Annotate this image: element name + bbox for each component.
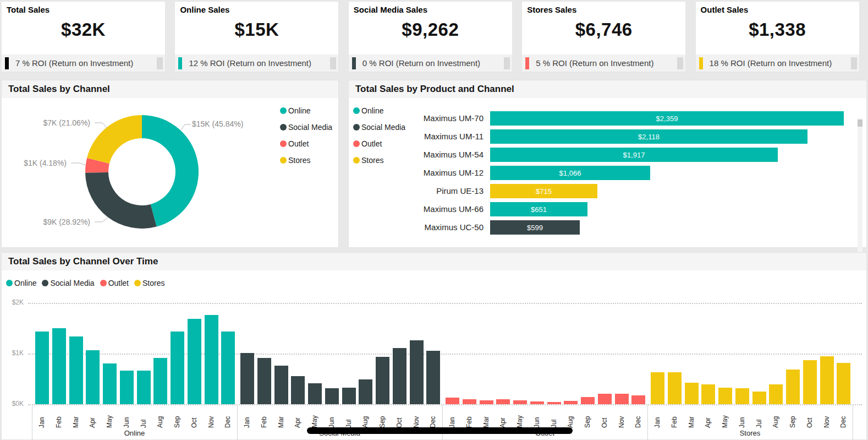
time-bar-outlet-may[interactable] (513, 400, 527, 404)
kpi-value: $15K (175, 19, 338, 40)
kpi-card-stores-sales[interactable]: Stores Sales$6,7465 % ROI (Return on Inv… (521, 1, 686, 72)
time-bar-online-aug[interactable] (153, 358, 167, 404)
time-bar-social-media-mar[interactable] (274, 366, 288, 404)
product-bar-maximus-um-70[interactable]: $2,359 (490, 111, 844, 126)
donut-chart-area: $15K (45.84%) $7K (21.06%) $1K (4.18%) $… (2, 98, 338, 247)
time-bar-social-media-apr[interactable] (291, 376, 305, 404)
time-bar-outlet-dec[interactable] (631, 395, 645, 404)
time-bar-social-media-jul[interactable] (342, 388, 356, 404)
product-bar-maximus-uc-50[interactable]: $599 (490, 220, 580, 235)
panel-sales-by-product: Total Sales by Product and Channel Onlin… (348, 80, 867, 248)
kpi-card-total-sales[interactable]: Total Sales$32K7 % ROI (Return on Invest… (1, 1, 166, 72)
time-bar-social-media-nov[interactable] (410, 340, 424, 404)
kpi-card-outlet-sales[interactable]: Outlet Sales$1,33818 % ROI (Return on In… (695, 1, 860, 72)
donut-callout-outlet: $1K (4.18%) (24, 159, 67, 167)
product-category-label: Maximus UC-50 (382, 222, 484, 232)
roi-strip-handle[interactable] (851, 57, 857, 69)
legend-item-outlet[interactable]: Outlet (280, 135, 332, 152)
time-bar-stores-sep[interactable] (786, 370, 800, 404)
legend-item-stores[interactable]: Stores (280, 152, 332, 169)
month-label: Apr (498, 407, 507, 428)
vertical-scrollbar-thumb[interactable] (858, 119, 862, 127)
time-bar-stores-jan[interactable] (651, 372, 664, 404)
kpi-card-online-sales[interactable]: Online Sales$15K12 % ROI (Return on Inve… (174, 1, 339, 72)
time-bar-outlet-jan[interactable] (446, 398, 459, 404)
time-bar-social-media-dec[interactable] (426, 351, 440, 404)
donut-slice-social-media[interactable] (85, 172, 157, 229)
time-bar-online-sep[interactable] (171, 332, 184, 404)
time-bar-outlet-jul[interactable] (547, 402, 561, 404)
time-bar-stores-oct[interactable] (803, 360, 817, 404)
time-bar-stores-jul[interactable] (752, 392, 766, 404)
month-label: May (515, 407, 524, 428)
time-bar-social-media-oct[interactable] (393, 348, 406, 404)
time-bar-stores-aug[interactable] (769, 384, 783, 404)
month-label: Jun (738, 407, 746, 428)
legend-label: Stores (288, 156, 310, 165)
time-bar-online-oct[interactable] (188, 319, 201, 404)
time-bar-stores-mar[interactable] (685, 383, 699, 404)
gridline-$1K (28, 354, 862, 355)
time-bar-social-media-jan[interactable] (240, 353, 254, 404)
product-bar-maximus-um-54[interactable]: $1,917 (490, 148, 778, 162)
time-bar-outlet-apr[interactable] (496, 399, 510, 404)
time-bar-outlet-sep[interactable] (581, 397, 595, 404)
time-bar-social-media-aug[interactable] (359, 379, 372, 404)
time-bar-outlet-nov[interactable] (615, 394, 629, 404)
time-bar-outlet-oct[interactable] (598, 394, 612, 404)
legend-item-online[interactable]: Online (280, 102, 332, 119)
time-bar-stores-jun[interactable] (735, 388, 749, 404)
kpi-card-social-media-sales[interactable]: Social Media Sales$9,2620 % ROI (Return … (348, 1, 513, 72)
time-bar-outlet-feb[interactable] (463, 399, 476, 404)
roi-strip-handle[interactable] (677, 57, 683, 69)
time-bar-online-mar[interactable] (69, 336, 83, 404)
kpi-value: $9,262 (349, 19, 512, 40)
time-bar-outlet-aug[interactable] (564, 401, 578, 404)
month-label: Nov (412, 407, 421, 428)
roi-strip-handle[interactable] (157, 57, 163, 69)
product-bar-value: $651 (531, 205, 547, 214)
time-bar-stores-feb[interactable] (668, 372, 682, 404)
time-bar-social-media-sep[interactable] (376, 357, 389, 404)
time-bar-stores-may[interactable] (718, 388, 732, 404)
time-bar-online-jan[interactable] (35, 332, 49, 404)
legend-item-outlet[interactable]: Outlet (100, 278, 129, 288)
time-bar-stores-dec[interactable] (837, 363, 850, 404)
time-bar-social-media-may[interactable] (308, 383, 322, 404)
donut-slice-stores[interactable] (87, 115, 142, 164)
time-bar-stores-nov[interactable] (820, 356, 834, 404)
roi-strip-handle[interactable] (330, 57, 336, 69)
legend-item-social-media[interactable]: Social Media (280, 119, 332, 135)
product-bar-row: Maximus UM-70$2,359 (349, 111, 855, 126)
product-bar-maximus-um-66[interactable]: $651 (490, 202, 587, 216)
legend-label: Online (288, 106, 310, 115)
product-bar-pirum-ue-13[interactable]: $715 (490, 184, 597, 198)
legend-item-online[interactable]: Online (6, 278, 36, 288)
time-bar-online-jul[interactable] (137, 371, 151, 404)
time-bar-online-dec[interactable] (221, 332, 235, 404)
horizontal-scrollbar-thumb[interactable] (307, 427, 573, 434)
product-bar-maximus-um-12[interactable]: $1,066 (490, 166, 650, 180)
roi-strip-handle[interactable] (504, 57, 510, 69)
time-bar-social-media-feb[interactable] (257, 358, 271, 404)
product-bar-maximus-um-11[interactable]: $2,118 (490, 129, 807, 144)
kpi-roi-strip: 0 % ROI (Return on Investment) (349, 55, 512, 72)
time-bar-online-jun[interactable] (120, 371, 134, 404)
vertical-scrollbar-track[interactable] (858, 118, 862, 259)
time-bar-online-apr[interactable] (86, 350, 100, 404)
legend-item-social-media[interactable]: Social Media (42, 278, 94, 288)
month-label: Oct (805, 407, 814, 428)
legend-label: Social Media (50, 279, 94, 287)
time-bar-online-nov[interactable] (205, 315, 218, 404)
month-label: May (721, 407, 729, 428)
legend-item-stores[interactable]: Stores (134, 278, 164, 288)
time-bar-online-may[interactable] (103, 363, 117, 404)
roi-text: 0 % ROI (Return on Investment) (362, 58, 480, 68)
time-bar-outlet-jun[interactable] (530, 401, 544, 404)
kpi-title: Total Sales (2, 2, 165, 14)
legend-label: Social Media (288, 123, 332, 132)
time-bar-stores-apr[interactable] (701, 384, 715, 404)
time-bar-outlet-mar[interactable] (480, 400, 493, 404)
time-bar-online-feb[interactable] (52, 328, 66, 404)
time-bar-social-media-jun[interactable] (325, 388, 339, 404)
